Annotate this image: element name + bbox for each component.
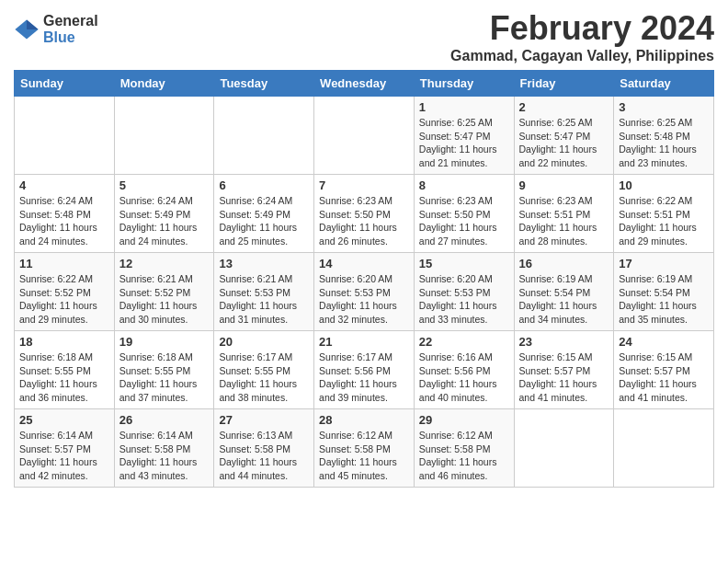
calendar-cell: 10Sunrise: 6:22 AM Sunset: 5:51 PM Dayli… xyxy=(614,175,714,253)
calendar-cell: 14Sunrise: 6:20 AM Sunset: 5:53 PM Dayli… xyxy=(314,253,415,331)
day-number: 24 xyxy=(619,335,709,349)
calendar-cell xyxy=(114,97,214,175)
day-number: 6 xyxy=(219,178,309,192)
weekday-header-friday: Friday xyxy=(514,71,614,97)
day-number: 7 xyxy=(319,178,409,192)
day-number: 29 xyxy=(419,413,509,427)
day-number: 1 xyxy=(419,100,509,114)
calendar-table: SundayMondayTuesdayWednesdayThursdayFrid… xyxy=(14,70,714,488)
calendar-cell: 11Sunrise: 6:22 AM Sunset: 5:52 PM Dayli… xyxy=(15,253,115,331)
day-info: Sunrise: 6:17 AM Sunset: 5:55 PM Dayligh… xyxy=(219,350,309,405)
day-number: 28 xyxy=(319,413,409,427)
svg-marker-1 xyxy=(27,19,39,29)
day-number: 14 xyxy=(319,257,409,270)
weekday-header-sunday: Sunday xyxy=(15,71,115,97)
calendar-cell: 29Sunrise: 6:12 AM Sunset: 5:58 PM Dayli… xyxy=(414,409,514,488)
day-info: Sunrise: 6:16 AM Sunset: 5:56 PM Dayligh… xyxy=(419,350,509,405)
week-row-1: 1Sunrise: 6:25 AM Sunset: 5:47 PM Daylig… xyxy=(15,97,714,175)
day-info: Sunrise: 6:21 AM Sunset: 5:53 PM Dayligh… xyxy=(219,272,309,327)
day-info: Sunrise: 6:24 AM Sunset: 5:49 PM Dayligh… xyxy=(219,194,309,248)
day-number: 16 xyxy=(519,257,609,270)
day-number: 11 xyxy=(19,257,109,270)
day-info: Sunrise: 6:14 AM Sunset: 5:57 PM Dayligh… xyxy=(19,429,109,483)
day-info: Sunrise: 6:15 AM Sunset: 5:57 PM Dayligh… xyxy=(619,350,709,405)
calendar-cell: 18Sunrise: 6:18 AM Sunset: 5:55 PM Dayli… xyxy=(15,331,115,409)
day-info: Sunrise: 6:19 AM Sunset: 5:54 PM Dayligh… xyxy=(619,272,709,327)
calendar-cell: 22Sunrise: 6:16 AM Sunset: 5:56 PM Dayli… xyxy=(414,331,514,409)
day-number: 4 xyxy=(19,178,109,192)
calendar-cell xyxy=(15,97,115,175)
day-info: Sunrise: 6:15 AM Sunset: 5:57 PM Dayligh… xyxy=(519,350,609,405)
weekday-header-row: SundayMondayTuesdayWednesdayThursdayFrid… xyxy=(15,71,714,97)
week-row-4: 18Sunrise: 6:18 AM Sunset: 5:55 PM Dayli… xyxy=(15,331,714,409)
day-number: 2 xyxy=(519,100,609,114)
logo: General Blue xyxy=(14,13,98,45)
calendar-cell: 8Sunrise: 6:23 AM Sunset: 5:50 PM Daylig… xyxy=(414,175,514,253)
day-number: 17 xyxy=(619,257,709,270)
day-info: Sunrise: 6:18 AM Sunset: 5:55 PM Dayligh… xyxy=(19,350,109,405)
calendar-cell: 26Sunrise: 6:14 AM Sunset: 5:58 PM Dayli… xyxy=(114,409,214,488)
day-info: Sunrise: 6:18 AM Sunset: 5:55 PM Dayligh… xyxy=(119,350,210,405)
day-number: 19 xyxy=(119,335,210,349)
title-section: February 2024 Gammad, Cagayan Valley, Ph… xyxy=(450,9,714,64)
weekday-header-monday: Monday xyxy=(114,71,214,97)
day-number: 27 xyxy=(219,413,309,427)
calendar-cell xyxy=(514,409,614,488)
day-info: Sunrise: 6:22 AM Sunset: 5:51 PM Dayligh… xyxy=(619,194,709,248)
day-number: 13 xyxy=(219,257,309,270)
day-info: Sunrise: 6:25 AM Sunset: 5:47 PM Dayligh… xyxy=(519,116,609,170)
day-info: Sunrise: 6:22 AM Sunset: 5:52 PM Dayligh… xyxy=(19,272,109,327)
weekday-header-saturday: Saturday xyxy=(614,71,714,97)
calendar-cell: 21Sunrise: 6:17 AM Sunset: 5:56 PM Dayli… xyxy=(314,331,415,409)
weekday-header-tuesday: Tuesday xyxy=(214,71,314,97)
calendar-cell xyxy=(214,97,314,175)
calendar-cell xyxy=(314,97,415,175)
day-number: 10 xyxy=(619,178,709,192)
calendar-cell: 28Sunrise: 6:12 AM Sunset: 5:58 PM Dayli… xyxy=(314,409,415,488)
day-number: 18 xyxy=(19,335,109,349)
day-info: Sunrise: 6:17 AM Sunset: 5:56 PM Dayligh… xyxy=(319,350,409,405)
day-info: Sunrise: 6:20 AM Sunset: 5:53 PM Dayligh… xyxy=(419,272,509,327)
day-info: Sunrise: 6:12 AM Sunset: 5:58 PM Dayligh… xyxy=(419,429,509,483)
day-info: Sunrise: 6:23 AM Sunset: 5:50 PM Dayligh… xyxy=(419,194,509,248)
week-row-2: 4Sunrise: 6:24 AM Sunset: 5:48 PM Daylig… xyxy=(15,175,714,253)
logo-icon xyxy=(14,17,40,42)
day-number: 3 xyxy=(619,100,709,114)
day-number: 26 xyxy=(119,413,210,427)
day-number: 12 xyxy=(119,257,210,270)
calendar-cell: 12Sunrise: 6:21 AM Sunset: 5:52 PM Dayli… xyxy=(114,253,214,331)
day-info: Sunrise: 6:12 AM Sunset: 5:58 PM Dayligh… xyxy=(319,429,409,483)
calendar-cell: 20Sunrise: 6:17 AM Sunset: 5:55 PM Dayli… xyxy=(214,331,314,409)
calendar-cell: 7Sunrise: 6:23 AM Sunset: 5:50 PM Daylig… xyxy=(314,175,415,253)
day-info: Sunrise: 6:23 AM Sunset: 5:50 PM Dayligh… xyxy=(319,194,409,248)
logo-general-text: General xyxy=(43,13,98,29)
day-info: Sunrise: 6:20 AM Sunset: 5:53 PM Dayligh… xyxy=(319,272,409,327)
calendar-cell: 23Sunrise: 6:15 AM Sunset: 5:57 PM Dayli… xyxy=(514,331,614,409)
day-number: 5 xyxy=(119,178,210,192)
calendar-cell: 9Sunrise: 6:23 AM Sunset: 5:51 PM Daylig… xyxy=(514,175,614,253)
calendar-cell: 3Sunrise: 6:25 AM Sunset: 5:48 PM Daylig… xyxy=(614,97,714,175)
day-number: 8 xyxy=(419,178,509,192)
calendar-cell: 1Sunrise: 6:25 AM Sunset: 5:47 PM Daylig… xyxy=(414,97,514,175)
day-number: 15 xyxy=(419,257,509,270)
day-number: 22 xyxy=(419,335,509,349)
calendar-cell: 4Sunrise: 6:24 AM Sunset: 5:48 PM Daylig… xyxy=(15,175,115,253)
calendar-cell: 6Sunrise: 6:24 AM Sunset: 5:49 PM Daylig… xyxy=(214,175,314,253)
weekday-header-thursday: Thursday xyxy=(414,71,514,97)
calendar-cell: 25Sunrise: 6:14 AM Sunset: 5:57 PM Dayli… xyxy=(15,409,115,488)
calendar-cell: 27Sunrise: 6:13 AM Sunset: 5:58 PM Dayli… xyxy=(214,409,314,488)
day-number: 25 xyxy=(19,413,109,427)
day-number: 23 xyxy=(519,335,609,349)
day-info: Sunrise: 6:19 AM Sunset: 5:54 PM Dayligh… xyxy=(519,272,609,327)
header: General Blue February 2024 Gammad, Cagay… xyxy=(14,9,714,64)
day-info: Sunrise: 6:14 AM Sunset: 5:58 PM Dayligh… xyxy=(119,429,210,483)
calendar-cell: 15Sunrise: 6:20 AM Sunset: 5:53 PM Dayli… xyxy=(414,253,514,331)
day-info: Sunrise: 6:21 AM Sunset: 5:52 PM Dayligh… xyxy=(119,272,210,327)
month-year-title: February 2024 xyxy=(450,9,714,48)
calendar-cell: 16Sunrise: 6:19 AM Sunset: 5:54 PM Dayli… xyxy=(514,253,614,331)
day-info: Sunrise: 6:13 AM Sunset: 5:58 PM Dayligh… xyxy=(219,429,309,483)
day-info: Sunrise: 6:25 AM Sunset: 5:47 PM Dayligh… xyxy=(419,116,509,170)
calendar-cell: 5Sunrise: 6:24 AM Sunset: 5:49 PM Daylig… xyxy=(114,175,214,253)
day-info: Sunrise: 6:25 AM Sunset: 5:48 PM Dayligh… xyxy=(619,116,709,170)
logo-blue-text: Blue xyxy=(43,29,98,46)
